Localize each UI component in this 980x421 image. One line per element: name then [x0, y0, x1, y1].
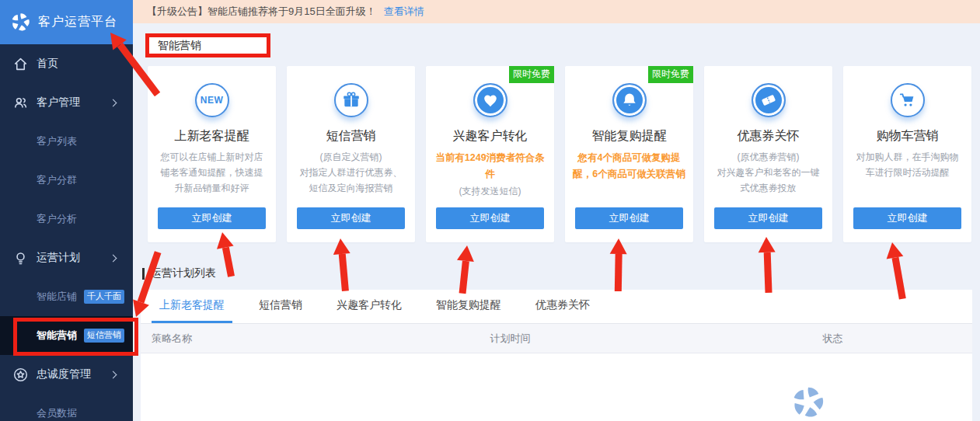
- tab-sms-marketing[interactable]: 短信营销: [251, 290, 310, 323]
- sidebar-item-customer-analysis[interactable]: 客户分析: [0, 200, 133, 238]
- create-now-button[interactable]: 立即创建: [436, 207, 544, 229]
- chevron-right-icon: [110, 99, 117, 106]
- view-details-link[interactable]: 查看详情: [384, 5, 424, 19]
- plan-tabs: 上新老客提醒 短信营销 兴趣客户转化 智能复购提醒 优惠券关怀: [141, 290, 972, 324]
- star-icon: [13, 367, 28, 382]
- app-logo[interactable]: 客户运营平台: [0, 0, 133, 44]
- feature-cards: NEW 上新老客提醒 您可以在店铺上新时对店铺老客通知提醒，快速提升新品销量和好…: [148, 66, 971, 242]
- column-strategy-name: 策略名称: [152, 324, 192, 353]
- card-title: 短信营销: [287, 128, 415, 144]
- tab-coupon-care[interactable]: 优惠券关怀: [528, 290, 598, 323]
- card-title: 购物车营销: [843, 128, 971, 144]
- new-icon: NEW: [195, 83, 229, 117]
- sidebar-item-customer-list[interactable]: 客户列表: [0, 122, 133, 161]
- bulb-icon: [13, 251, 28, 266]
- card-repurchase-reminder: 限时免费 智能复购提醒 您有4个商品可做复购提醒，6个商品可做关联营销 立即创建: [565, 66, 693, 242]
- plan-list-title: 运营计划列表: [142, 266, 216, 280]
- sidebar-menu: 首页 客户管理 客户列表 客户分群 客户分析 运营计划 智能店铺 千人千面: [0, 44, 133, 421]
- card-note: (支持发送短信): [426, 185, 554, 198]
- create-now-button[interactable]: 立即创建: [158, 207, 266, 229]
- card-description: 对加购人群，在手淘购物车进行限时活动提醒: [852, 150, 963, 181]
- upgrade-notice-banner: 【升级公告】智能店铺推荐将于9月15日全面升级！ 查看详情: [133, 0, 980, 23]
- title-bar-decoration: [142, 268, 145, 280]
- sidebar-item-label: 智能营销: [37, 329, 77, 343]
- main-content: 智能营销 NEW 上新老客提醒 您可以在店铺上新时对店铺老客通知提醒，快速提升新…: [133, 23, 980, 421]
- card-title: 智能复购提醒: [565, 128, 693, 144]
- heart-icon: [473, 83, 507, 117]
- card-subtitle: (原自定义营销): [287, 150, 415, 165]
- create-now-button[interactable]: 立即创建: [575, 207, 683, 229]
- sidebar-item-label: 客户列表: [37, 134, 77, 148]
- card-description: 对兴趣客户和老客的一键式优惠券投放: [713, 165, 824, 197]
- card-description: 对指定人群进行优惠券、短信及定向海报营销: [295, 165, 406, 197]
- create-now-button[interactable]: 立即创建: [853, 207, 961, 229]
- create-now-button[interactable]: 立即创建: [297, 207, 405, 229]
- card-new-arrival-reminder: NEW 上新老客提醒 您可以在店铺上新时对店铺老客通知提醒，快速提升新品销量和好…: [148, 66, 276, 242]
- card-sms-marketing: 短信营销 (原自定义营销) 对指定人群进行优惠券、短信及定向海报营销 立即创建: [287, 66, 415, 242]
- sidebar-item-loyalty-management[interactable]: 忠诚度管理: [0, 355, 133, 394]
- card-subtitle: (原优惠券营销): [704, 150, 832, 165]
- sidebar-item-label: 运营计划: [37, 251, 80, 265]
- card-coupon-care: 优惠券关怀 (原优惠券营销) 对兴趣客户和老客的一键式优惠券投放 立即创建: [704, 66, 832, 242]
- sidebar-item-label: 首页: [37, 57, 58, 71]
- sidebar-item-member-data[interactable]: 会员数据: [0, 394, 133, 421]
- card-title: 优惠券关怀: [704, 128, 832, 144]
- card-highlight: 您有4个商品可做复购提醒，6个商品可做关联营销: [572, 150, 686, 182]
- sidebar-item-label: 客户分群: [37, 173, 77, 187]
- column-status: 状态: [822, 324, 842, 353]
- sidebar-item-operation-plan[interactable]: 运营计划: [0, 238, 133, 277]
- sidebar-item-label: 会员数据: [37, 406, 77, 420]
- column-plan-time: 计划时间: [490, 324, 530, 353]
- app-title: 客户运营平台: [38, 14, 117, 30]
- tab-interest-customer-conversion[interactable]: 兴趣客户转化: [329, 290, 410, 323]
- card-description: 您可以在店铺上新时对店铺老客通知提醒，快速提升新品销量和好评: [156, 150, 267, 196]
- home-icon: [13, 57, 28, 71]
- card-title: 兴趣客户转化: [426, 128, 554, 144]
- plan-list-panel: 上新老客提醒 短信营销 兴趣客户转化 智能复购提醒 优惠券关怀 策略名称 计划时…: [141, 290, 972, 421]
- card-cart-marketing: 购物车营销 对加购人群，在手淘购物车进行限时活动提醒 立即创建: [843, 66, 971, 242]
- bell-icon: [612, 83, 647, 117]
- chevron-right-icon: [110, 371, 117, 378]
- chevron-right-icon: [110, 254, 117, 262]
- plan-list-title-label: 运营计划列表: [151, 266, 216, 280]
- sidebar-item-label: 智能店铺: [37, 290, 77, 304]
- card-interest-customer-conversion: 限时免费 兴趣客户转化 当前有1249消费者符合条件 (支持发送短信) 立即创建: [426, 66, 554, 242]
- limited-free-badge: 限时免费: [648, 66, 693, 83]
- tab-new-arrival-reminder[interactable]: 上新老客提醒: [152, 290, 232, 323]
- page-title-label: 智能营销: [158, 39, 201, 53]
- sidebar-item-label: 忠诚度管理: [37, 367, 91, 381]
- pinwheel-logo-icon: [10, 12, 31, 33]
- sidebar-item-customer-segment[interactable]: 客户分群: [0, 161, 133, 200]
- cart-icon: [891, 83, 925, 117]
- sidebar-item-label: 客户分析: [37, 212, 77, 226]
- users-icon: [13, 96, 28, 110]
- sidebar-item-smart-shop[interactable]: 智能店铺 千人千面: [0, 277, 133, 316]
- ticket-icon: [752, 83, 786, 117]
- gift-icon: [334, 83, 368, 117]
- limited-free-badge: 限时免费: [509, 66, 554, 83]
- sidebar-item-customer-management[interactable]: 客户管理: [0, 83, 133, 122]
- loading-spinner-icon: [790, 384, 826, 420]
- sidebar: 客户运营平台 首页 客户管理 客户列表 客户分群 客户分析: [0, 0, 133, 421]
- card-highlight: 当前有1249消费者符合条件: [433, 150, 547, 182]
- sidebar-item-label: 客户管理: [37, 96, 80, 110]
- sidebar-badge: 短信营销: [84, 329, 124, 342]
- table-header: 策略名称 计划时间 状态: [141, 324, 972, 353]
- page-title: 智能营销: [145, 33, 270, 57]
- sidebar-item-home[interactable]: 首页: [0, 44, 133, 83]
- card-title: 上新老客提醒: [148, 128, 276, 144]
- sidebar-item-smart-marketing[interactable]: 智能营销 短信营销: [0, 316, 133, 355]
- banner-text: 【升级公告】智能店铺推荐将于9月15日全面升级！: [147, 5, 376, 19]
- sidebar-badge: 千人千面: [84, 290, 124, 303]
- tab-repurchase-reminder[interactable]: 智能复购提醒: [428, 290, 509, 323]
- create-now-button[interactable]: 立即创建: [714, 207, 822, 229]
